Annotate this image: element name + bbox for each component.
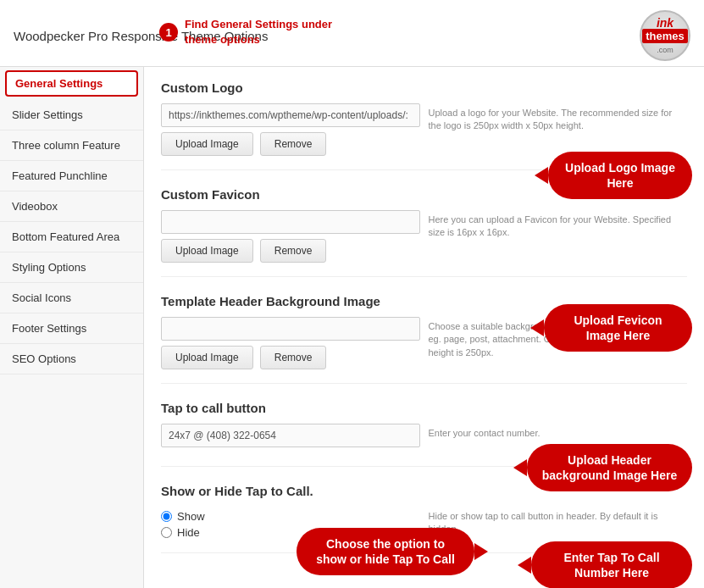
tap-to-call-row: Enter your contact number.: [161, 424, 687, 452]
sidebar-item-general-settings[interactable]: General Settings: [5, 70, 138, 97]
sidebar-item-bottom-featured[interactable]: Bottom Featured Area: [0, 222, 143, 252]
custom-logo-input-col: Upload Image Remove: [161, 103, 420, 156]
sidebar-item-footer-settings[interactable]: Footer Settings: [0, 313, 143, 344]
hide-radio[interactable]: [161, 527, 172, 538]
show-hide-desc: Hide or show tap to call button in heade…: [429, 507, 688, 536]
custom-favicon-section: Custom Favicon Upload Image Remove Here …: [161, 187, 687, 277]
sidebar-item-label: Social Icons: [12, 291, 71, 304]
header-bg-upload-btn[interactable]: Upload Image: [161, 346, 253, 369]
sidebar-item-label: Bottom Featured Area: [12, 230, 119, 243]
header-annotation: Find General Settings undertheme options: [185, 17, 332, 47]
page-header: Woodpecker Pro Responsive Theme Options …: [0, 0, 704, 67]
tap-to-call-desc: Enter your contact number.: [429, 424, 688, 440]
custom-logo-section: Custom Logo Upload Image Remove Upload a…: [161, 80, 687, 170]
hide-label: Hide: [177, 526, 200, 539]
custom-favicon-row: Upload Image Remove Here you can upload …: [161, 210, 687, 263]
custom-logo-desc: Upload a logo for your Website. The reco…: [429, 103, 688, 133]
sidebar-item-label: Styling Options: [12, 261, 86, 274]
logo-ink: ink: [657, 16, 674, 30]
custom-logo-title: Custom Logo: [161, 80, 687, 95]
logo-themes: themes: [642, 29, 688, 43]
logo-circle: ink themes .com: [640, 10, 690, 61]
step-area: 1 Find General Settings undertheme optio…: [159, 17, 332, 47]
show-hide-row: Show Hide Hide or show tap to call butto…: [161, 507, 687, 539]
hide-option[interactable]: Hide: [161, 526, 420, 539]
sidebar-item-featured-punchline[interactable]: Featured Punchline: [0, 161, 143, 191]
logo-brand: ink themes .com: [641, 16, 689, 55]
header-bg-remove-btn[interactable]: Remove: [260, 346, 327, 369]
sidebar-item-three-column[interactable]: Three column Feature: [0, 130, 143, 161]
custom-favicon-desc: Here you can upload a Favicon for your W…: [429, 210, 688, 240]
sidebar-item-label: Slider Settings: [12, 108, 83, 121]
sidebar-item-videobox[interactable]: Videobox: [0, 191, 143, 222]
sidebar-item-label: Footer Settings: [12, 322, 86, 335]
header-bg-btn-row: Upload Image Remove: [161, 346, 420, 369]
custom-logo-row: Upload Image Remove Upload a logo for yo…: [161, 103, 687, 156]
content-area: Custom Logo Upload Image Remove Upload a…: [144, 67, 704, 588]
custom-favicon-title: Custom Favicon: [161, 187, 687, 202]
callout-tap-arrow: [518, 557, 531, 574]
show-hide-input-col: Show Hide: [161, 507, 420, 539]
sidebar-item-label: Featured Punchline: [12, 169, 108, 182]
header-bg-title: Template Header Background Image: [161, 294, 687, 308]
custom-logo-input[interactable]: [161, 103, 420, 127]
logo-dotcom: .com: [657, 46, 674, 54]
step-badge: 1: [159, 23, 178, 42]
page-wrapper: Woodpecker Pro Responsive Theme Options …: [0, 0, 704, 588]
show-hide-section: Show or Hide Tap to Call. Show Hide: [161, 484, 687, 553]
sidebar-item-seo-options[interactable]: SEO Options: [0, 344, 143, 374]
header-bg-input[interactable]: [161, 317, 420, 341]
header-bg-row: Upload Image Remove Choose a suitable ba…: [161, 317, 687, 369]
sidebar-item-label: Videobox: [12, 200, 58, 213]
show-hide-radio-group: Show Hide: [161, 510, 420, 539]
main-layout: General Settings Slider Settings Three c…: [0, 67, 704, 588]
sidebar-item-slider-settings[interactable]: Slider Settings: [0, 100, 143, 130]
sidebar: General Settings Slider Settings Three c…: [0, 67, 144, 588]
custom-favicon-remove-btn[interactable]: Remove: [260, 239, 327, 263]
tap-to-call-input-col: [161, 424, 420, 452]
custom-favicon-input-col: Upload Image Remove: [161, 210, 420, 263]
header-bg-section: Template Header Background Image Upload …: [161, 294, 687, 384]
custom-logo-upload-btn[interactable]: Upload Image: [161, 132, 253, 156]
tap-to-call-input[interactable]: [161, 424, 420, 447]
show-option[interactable]: Show: [161, 510, 420, 523]
custom-favicon-btn-row: Upload Image Remove: [161, 239, 420, 263]
tap-to-call-title: Tap to call button: [161, 401, 687, 415]
sidebar-item-styling-options[interactable]: Styling Options: [0, 252, 143, 283]
show-label: Show: [177, 510, 205, 523]
custom-favicon-input[interactable]: [161, 210, 420, 234]
custom-logo-btn-row: Upload Image Remove: [161, 132, 420, 156]
sidebar-item-label: General Settings: [15, 77, 103, 90]
tap-to-call-section: Tap to call button Enter your contact nu…: [161, 401, 687, 467]
sidebar-item-label: SEO Options: [12, 352, 76, 365]
sidebar-item-label: Three column Feature: [12, 139, 120, 152]
header-bg-input-col: Upload Image Remove: [161, 317, 420, 369]
sidebar-item-social-icons[interactable]: Social Icons: [0, 283, 143, 313]
show-radio[interactable]: [161, 511, 172, 522]
custom-favicon-upload-btn[interactable]: Upload Image: [161, 239, 253, 263]
custom-logo-remove-btn[interactable]: Remove: [260, 132, 327, 156]
header-bg-desc: Choose a suitable background for templat…: [429, 317, 688, 359]
show-hide-title: Show or Hide Tap to Call.: [161, 484, 687, 498]
